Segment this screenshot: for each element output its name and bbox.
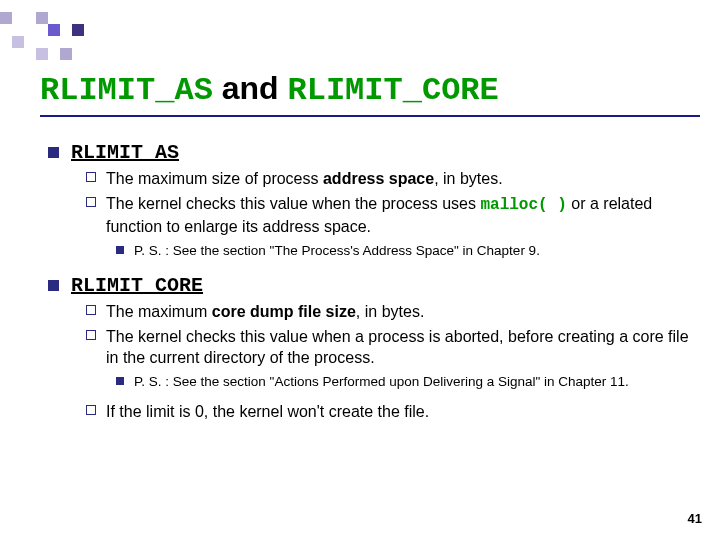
list-item: The kernel checks this value when a proc…: [86, 326, 700, 369]
list-item: The kernel checks this value when the pr…: [86, 193, 700, 238]
body-text: The maximum core dump file size, in byte…: [106, 301, 424, 323]
bullet-small-icon: [116, 377, 124, 385]
bullet-open-icon: [86, 405, 96, 415]
bullet-open-icon: [86, 330, 96, 340]
list-item: P. S. : See the section "Actions Perform…: [116, 373, 700, 391]
list-item: If the limit is 0, the kernel won't crea…: [86, 401, 700, 423]
bullet-filled-icon: [48, 280, 59, 291]
slide-title: RLIMIT_AS and RLIMIT_CORE: [40, 70, 700, 117]
bullet-filled-icon: [48, 147, 59, 158]
bullet-open-icon: [86, 197, 96, 207]
list-item: The maximum core dump file size, in byte…: [86, 301, 700, 323]
bullet-small-icon: [116, 246, 124, 254]
title-code-2: RLIMIT_CORE: [288, 72, 499, 109]
body-text: The kernel checks this value when a proc…: [106, 326, 700, 369]
list-item: P. S. : See the section "The Process's A…: [116, 242, 700, 260]
section-rlimit-core: RLIMIT_CORE The maximum core dump file s…: [48, 274, 700, 423]
title-mid: and: [213, 70, 288, 106]
bullet-open-icon: [86, 305, 96, 315]
section-heading: RLIMIT_AS: [71, 141, 179, 164]
body-text: The kernel checks this value when the pr…: [106, 193, 700, 238]
page-number: 41: [688, 511, 702, 526]
corner-decoration: [0, 12, 84, 60]
body-text: The maximum size of process address spac…: [106, 168, 503, 190]
ps-text: P. S. : See the section "Actions Perform…: [134, 373, 629, 391]
title-code-1: RLIMIT_AS: [40, 72, 213, 109]
section-heading: RLIMIT_CORE: [71, 274, 203, 297]
section-rlimit-as: RLIMIT_AS The maximum size of process ad…: [48, 141, 700, 260]
body-text: If the limit is 0, the kernel won't crea…: [106, 401, 429, 423]
ps-text: P. S. : See the section "The Process's A…: [134, 242, 540, 260]
slide-content: RLIMIT_AS and RLIMIT_CORE RLIMIT_AS The …: [40, 70, 700, 437]
bullet-open-icon: [86, 172, 96, 182]
list-item: The maximum size of process address spac…: [86, 168, 700, 190]
